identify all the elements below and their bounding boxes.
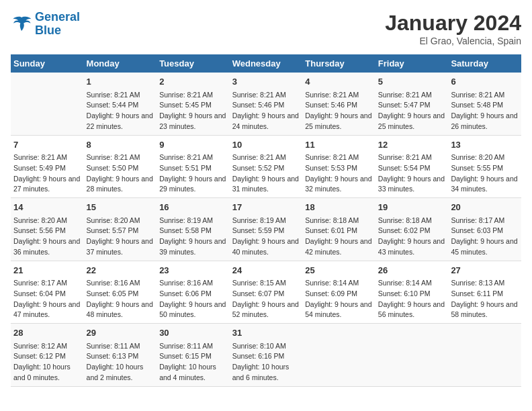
day-info: Sunrise: 8:20 AMSunset: 5:56 PMDaylight:…: [13, 216, 81, 258]
calendar-cell: 20Sunrise: 8:17 AMSunset: 6:03 PMDayligh…: [448, 198, 521, 261]
weekday-header-tuesday: Tuesday: [157, 54, 230, 73]
day-number: 22: [87, 264, 154, 277]
day-number: 15: [87, 201, 154, 214]
week-row-3: 14Sunrise: 8:20 AMSunset: 5:56 PMDayligh…: [11, 198, 521, 261]
day-number: 18: [305, 201, 373, 214]
week-row-2: 7Sunrise: 8:21 AMSunset: 5:49 PMDaylight…: [11, 135, 521, 198]
day-number: 31: [232, 326, 300, 340]
day-info: Sunrise: 8:21 AMSunset: 5:44 PMDaylight:…: [87, 90, 154, 132]
day-info: Sunrise: 8:20 AMSunset: 5:55 PMDaylight:…: [451, 152, 519, 195]
logo: General Blue: [11, 11, 80, 38]
calendar-cell: 30Sunrise: 8:11 AMSunset: 6:15 PMDayligh…: [157, 324, 230, 387]
weekday-header-wednesday: Wednesday: [230, 54, 303, 73]
calendar-cell: [302, 324, 375, 387]
day-number: 4: [305, 75, 373, 89]
calendar-cell: [11, 73, 84, 135]
calendar-cell: 1Sunrise: 8:21 AMSunset: 5:44 PMDaylight…: [84, 73, 157, 135]
day-info: Sunrise: 8:21 AMSunset: 5:46 PMDaylight:…: [305, 90, 373, 132]
calendar-cell: 13Sunrise: 8:20 AMSunset: 5:55 PMDayligh…: [448, 135, 521, 198]
day-info: Sunrise: 8:11 AMSunset: 6:15 PMDaylight:…: [159, 341, 227, 383]
day-info: Sunrise: 8:21 AMSunset: 5:49 PMDaylight:…: [13, 152, 81, 195]
calendar-cell: 22Sunrise: 8:16 AMSunset: 6:05 PMDayligh…: [84, 261, 157, 324]
day-info: Sunrise: 8:18 AMSunset: 6:01 PMDaylight:…: [305, 216, 373, 258]
calendar-cell: 12Sunrise: 8:21 AMSunset: 5:54 PMDayligh…: [375, 135, 449, 198]
day-info: Sunrise: 8:17 AMSunset: 6:03 PMDaylight:…: [451, 216, 519, 258]
calendar-cell: 31Sunrise: 8:10 AMSunset: 6:16 PMDayligh…: [230, 324, 303, 387]
day-number: 26: [378, 264, 446, 277]
day-number: 23: [159, 264, 227, 277]
day-number: 28: [13, 326, 81, 340]
day-info: Sunrise: 8:21 AMSunset: 5:48 PMDaylight:…: [451, 90, 519, 132]
calendar-cell: 19Sunrise: 8:18 AMSunset: 6:02 PMDayligh…: [375, 198, 449, 261]
calendar-cell: 14Sunrise: 8:20 AMSunset: 5:56 PMDayligh…: [11, 198, 84, 261]
calendar-cell: 4Sunrise: 8:21 AMSunset: 5:46 PMDaylight…: [302, 73, 375, 135]
calendar-cell: 11Sunrise: 8:21 AMSunset: 5:53 PMDayligh…: [302, 135, 375, 198]
calendar-cell: 10Sunrise: 8:21 AMSunset: 5:52 PMDayligh…: [230, 135, 303, 198]
calendar-cell: 6Sunrise: 8:21 AMSunset: 5:48 PMDaylight…: [448, 73, 521, 135]
day-number: 30: [159, 326, 227, 340]
calendar-cell: 15Sunrise: 8:20 AMSunset: 5:57 PMDayligh…: [84, 198, 157, 261]
day-info: Sunrise: 8:21 AMSunset: 5:54 PMDaylight:…: [378, 152, 446, 195]
day-info: Sunrise: 8:21 AMSunset: 5:51 PMDaylight:…: [159, 152, 227, 195]
calendar-table: SundayMondayTuesdayWednesdayThursdayFrid…: [11, 54, 521, 387]
day-number: 27: [451, 264, 519, 277]
day-number: 25: [305, 264, 373, 277]
calendar-cell: 23Sunrise: 8:16 AMSunset: 6:06 PMDayligh…: [157, 261, 230, 324]
day-info: Sunrise: 8:20 AMSunset: 5:57 PMDaylight:…: [87, 216, 154, 258]
calendar-cell: 17Sunrise: 8:19 AMSunset: 5:59 PMDayligh…: [230, 198, 303, 261]
logo-text: General Blue: [35, 11, 80, 38]
week-row-5: 28Sunrise: 8:12 AMSunset: 6:12 PMDayligh…: [11, 324, 521, 387]
day-number: 3: [232, 75, 300, 89]
day-info: Sunrise: 8:10 AMSunset: 6:16 PMDaylight:…: [232, 341, 300, 383]
day-info: Sunrise: 8:11 AMSunset: 6:13 PMDaylight:…: [87, 341, 154, 383]
day-info: Sunrise: 8:12 AMSunset: 6:12 PMDaylight:…: [13, 341, 81, 383]
day-number: 10: [232, 138, 300, 152]
calendar-cell: 8Sunrise: 8:21 AMSunset: 5:50 PMDaylight…: [84, 135, 157, 198]
calendar-cell: 18Sunrise: 8:18 AMSunset: 6:01 PMDayligh…: [302, 198, 375, 261]
calendar-cell: 29Sunrise: 8:11 AMSunset: 6:13 PMDayligh…: [84, 324, 157, 387]
day-info: Sunrise: 8:16 AMSunset: 6:06 PMDaylight:…: [159, 278, 227, 320]
day-number: 1: [87, 75, 154, 89]
day-info: Sunrise: 8:17 AMSunset: 6:04 PMDaylight:…: [13, 278, 81, 320]
month-title: January 2024: [385, 11, 521, 36]
location: El Grao, Valencia, Spain: [385, 36, 521, 46]
day-info: Sunrise: 8:14 AMSunset: 6:09 PMDaylight:…: [305, 278, 373, 320]
day-number: 29: [87, 326, 154, 340]
calendar-cell: 3Sunrise: 8:21 AMSunset: 5:46 PMDaylight…: [230, 73, 303, 135]
calendar-cell: 24Sunrise: 8:15 AMSunset: 6:07 PMDayligh…: [230, 261, 303, 324]
day-number: 21: [13, 264, 81, 277]
day-number: 7: [13, 138, 81, 152]
calendar-cell: 7Sunrise: 8:21 AMSunset: 5:49 PMDaylight…: [11, 135, 84, 198]
weekday-header-friday: Friday: [375, 54, 449, 73]
day-number: 9: [159, 138, 227, 152]
calendar-cell: 27Sunrise: 8:13 AMSunset: 6:11 PMDayligh…: [448, 261, 521, 324]
calendar-cell: 26Sunrise: 8:14 AMSunset: 6:10 PMDayligh…: [375, 261, 449, 324]
logo-icon: [11, 15, 32, 34]
calendar-cell: [375, 324, 449, 387]
day-info: Sunrise: 8:21 AMSunset: 5:50 PMDaylight:…: [87, 152, 154, 195]
day-info: Sunrise: 8:21 AMSunset: 5:53 PMDaylight:…: [305, 152, 373, 195]
day-number: 20: [451, 201, 519, 214]
day-info: Sunrise: 8:21 AMSunset: 5:45 PMDaylight:…: [159, 90, 227, 132]
day-number: 24: [232, 264, 300, 277]
week-row-1: 1Sunrise: 8:21 AMSunset: 5:44 PMDaylight…: [11, 73, 521, 135]
calendar-cell: 21Sunrise: 8:17 AMSunset: 6:04 PMDayligh…: [11, 261, 84, 324]
weekday-header-row: SundayMondayTuesdayWednesdayThursdayFrid…: [11, 54, 521, 73]
day-info: Sunrise: 8:19 AMSunset: 5:58 PMDaylight:…: [159, 216, 227, 258]
day-number: 11: [305, 138, 373, 152]
calendar-cell: 28Sunrise: 8:12 AMSunset: 6:12 PMDayligh…: [11, 324, 84, 387]
day-info: Sunrise: 8:15 AMSunset: 6:07 PMDaylight:…: [232, 278, 300, 320]
day-number: 13: [451, 138, 519, 152]
day-number: 8: [87, 138, 154, 152]
day-info: Sunrise: 8:21 AMSunset: 5:46 PMDaylight:…: [232, 90, 300, 132]
day-info: Sunrise: 8:21 AMSunset: 5:47 PMDaylight:…: [378, 90, 446, 132]
day-number: 16: [159, 201, 227, 214]
day-number: 5: [378, 75, 446, 89]
weekday-header-saturday: Saturday: [448, 54, 521, 73]
week-row-4: 21Sunrise: 8:17 AMSunset: 6:04 PMDayligh…: [11, 261, 521, 324]
calendar-cell: 9Sunrise: 8:21 AMSunset: 5:51 PMDaylight…: [157, 135, 230, 198]
page-header: General Blue January 2024 El Grao, Valen…: [11, 11, 521, 46]
day-number: 17: [232, 201, 300, 214]
day-info: Sunrise: 8:14 AMSunset: 6:10 PMDaylight:…: [378, 278, 446, 320]
day-info: Sunrise: 8:21 AMSunset: 5:52 PMDaylight:…: [232, 152, 300, 195]
